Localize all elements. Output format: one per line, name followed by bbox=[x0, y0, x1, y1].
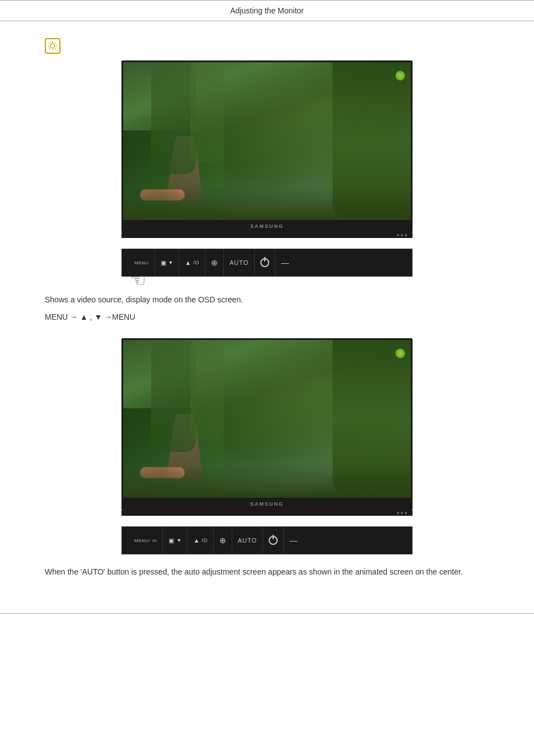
content-area: SAMSUNG MENU ▣ ▼ ▲ /O bbox=[0, 32, 534, 602]
monitor2-screen bbox=[121, 338, 413, 498]
monitor1-container: SAMSUNG bbox=[45, 60, 489, 240]
page-header: Adjusting the Monitor bbox=[0, 0, 534, 21]
ctrl-btn5-2: AUTO bbox=[232, 527, 263, 554]
ctrl-icon-2-4: ▼ bbox=[176, 538, 181, 543]
ctrl-label-3-2: /O bbox=[202, 538, 208, 543]
ctrl-btn4-1: ⊕ bbox=[205, 249, 224, 276]
controlbar2: MENU/ III ▣ ▼ ▲ /O ⊕ AUTO bbox=[121, 526, 413, 554]
tree-overlay1 bbox=[123, 62, 411, 220]
cursor-overlay1: ☞ bbox=[130, 269, 146, 291]
tree-overlay2 bbox=[123, 340, 411, 498]
monitor1-base-bar: SAMSUNG bbox=[121, 220, 413, 232]
ctrl-btn2-2: ▣ ▼ bbox=[163, 527, 188, 554]
ctrl-icon-2-1: ▣ bbox=[161, 259, 166, 267]
svg-line-5 bbox=[49, 43, 50, 43]
ctrl-btn7-1: — bbox=[275, 249, 294, 276]
ctrl-btn2-1: ▣ ▼ bbox=[155, 249, 180, 276]
ctrl-menu2: MENU/ III bbox=[129, 527, 163, 554]
menu-nav-text: MENU → ▲ , ▼ →MENU bbox=[45, 312, 135, 321]
status-dot bbox=[401, 234, 403, 236]
ctrl-label-3-1: /O bbox=[193, 260, 199, 265]
ctrl-icon-2-2: ▼ bbox=[168, 260, 174, 265]
controlbar1-container: MENU ▣ ▼ ▲ /O ⊕ AUTO bbox=[45, 249, 489, 277]
ctrl-btn3-2: ▲ /O bbox=[188, 527, 213, 554]
svg-line-7 bbox=[55, 43, 55, 43]
status-dot bbox=[397, 512, 399, 514]
brightness-icon bbox=[48, 41, 58, 51]
ctrl-btn5-1: AUTO bbox=[224, 249, 255, 276]
corner-dot1 bbox=[395, 71, 405, 81]
status-dot bbox=[401, 512, 403, 514]
samsung-logo1: SAMSUNG bbox=[250, 223, 284, 229]
section2-container: SAMSUNG MENU/ III ▣ ▼ bbox=[45, 338, 489, 578]
status-dot bbox=[405, 512, 407, 514]
ctrl-auto-2: AUTO bbox=[238, 537, 257, 544]
monitor2-image: SAMSUNG bbox=[121, 338, 413, 517]
samsung-logo2: SAMSUNG bbox=[250, 501, 284, 507]
menu-label2: MENU/ bbox=[134, 538, 150, 543]
ctrl-icon-4-1: ⊕ bbox=[211, 258, 218, 267]
cursor-hand1: ☞ bbox=[130, 269, 146, 291]
description1: Shows a video source, display mode on th… bbox=[45, 293, 489, 306]
ctrl-btn7-2: — bbox=[284, 527, 303, 554]
power-btn2 bbox=[269, 536, 278, 545]
monitor1-screen bbox=[121, 60, 413, 220]
monitor1-image: SAMSUNG bbox=[121, 60, 413, 240]
svg-line-6 bbox=[55, 48, 55, 49]
status-dot bbox=[405, 234, 407, 236]
controlbar2-container: MENU/ III ▣ ▼ ▲ /O ⊕ AUTO bbox=[45, 526, 489, 554]
minus-btn2: — bbox=[289, 536, 297, 545]
ctrl-btn6-2 bbox=[263, 527, 284, 554]
description2: When the 'AUTO' button is pressed, the a… bbox=[45, 566, 489, 578]
menu-nav: MENU → ▲ , ▼ →MENU bbox=[45, 312, 489, 321]
page-title: Adjusting the Monitor bbox=[230, 6, 304, 15]
monitor2-base-bar: SAMSUNG bbox=[121, 498, 413, 510]
bottom-divider bbox=[0, 613, 534, 614]
monitor2-container: SAMSUNG bbox=[45, 338, 489, 517]
section-icon bbox=[45, 38, 60, 54]
ctrl-btn3-1: ▲ /O bbox=[179, 249, 205, 276]
controlbar1: MENU ▣ ▼ ▲ /O ⊕ AUTO bbox=[121, 249, 413, 277]
ctrl-icon-4-2: ⊕ bbox=[219, 536, 226, 545]
svg-line-8 bbox=[49, 48, 50, 49]
ctrl-icon-3-3: ▲ bbox=[193, 537, 199, 544]
status-dot bbox=[397, 234, 399, 236]
menu-label1: MENU bbox=[134, 260, 149, 265]
ctrl-icon-3-1: ▲ bbox=[185, 259, 191, 266]
minus-btn1: — bbox=[281, 258, 289, 267]
monitor2-bottom-strip bbox=[121, 510, 413, 516]
ctrl-icon-2-3: ▣ bbox=[168, 537, 174, 544]
ctrl-btn4-2: ⊕ bbox=[214, 527, 232, 554]
menu-label2b: III bbox=[152, 538, 157, 543]
power-btn1 bbox=[260, 258, 269, 267]
ctrl-auto-1: AUTO bbox=[229, 259, 249, 266]
svg-point-0 bbox=[50, 44, 55, 48]
monitor1-bottom-strip bbox=[121, 232, 413, 238]
ctrl-btn6-1 bbox=[255, 249, 275, 276]
